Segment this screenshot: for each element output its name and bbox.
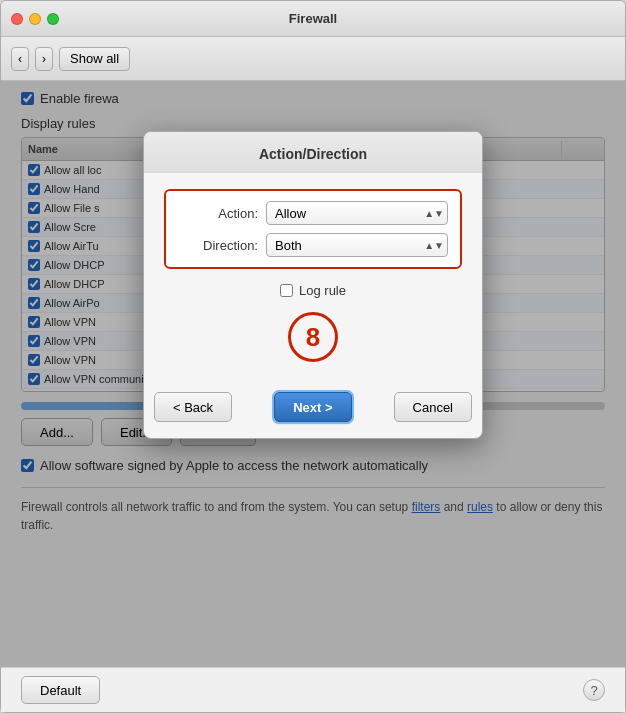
- back-button[interactable]: ‹: [11, 47, 29, 71]
- action-select-wrapper: Allow Deny Any ▲▼: [266, 201, 448, 225]
- titlebar: Firewall: [1, 1, 625, 37]
- step-indicator: 8: [164, 312, 462, 362]
- action-row: Action: Allow Deny Any ▲▼: [178, 201, 448, 225]
- traffic-lights: [11, 13, 59, 25]
- modal-title: Action/Direction: [144, 132, 482, 173]
- minimize-button[interactable]: [29, 13, 41, 25]
- action-direction-group: Action: Allow Deny Any ▲▼: [164, 189, 462, 269]
- close-button[interactable]: [11, 13, 23, 25]
- step-circle: 8: [288, 312, 338, 362]
- direction-select[interactable]: Both In Out: [266, 233, 448, 257]
- main-content: Enable firewa Display rules Name Remote.…: [1, 81, 625, 667]
- action-label: Action:: [178, 206, 258, 221]
- zoom-button[interactable]: [47, 13, 59, 25]
- log-rule-label: Log rule: [299, 283, 346, 298]
- back-button[interactable]: < Back: [154, 392, 232, 422]
- action-direction-modal: Action/Direction Action: Allow Deny Any: [143, 131, 483, 439]
- log-rule-row: Log rule: [164, 283, 462, 298]
- modal-overlay: Action/Direction Action: Allow Deny Any: [1, 81, 625, 667]
- modal-body: Action: Allow Deny Any ▲▼: [144, 173, 482, 392]
- main-window: Firewall ‹ › Show all Enable firewa Disp…: [0, 0, 626, 713]
- log-rule-checkbox[interactable]: [280, 284, 293, 297]
- next-button[interactable]: Next >: [274, 392, 351, 422]
- cancel-button[interactable]: Cancel: [394, 392, 472, 422]
- default-button[interactable]: Default: [21, 676, 100, 704]
- forward-button[interactable]: ›: [35, 47, 53, 71]
- direction-row: Direction: Both In Out ▲▼: [178, 233, 448, 257]
- bottom-bar: Default ?: [1, 667, 625, 712]
- toolbar: ‹ › Show all: [1, 37, 625, 81]
- modal-buttons: < Back Next > Cancel: [144, 392, 482, 426]
- show-all-button[interactable]: Show all: [59, 47, 130, 71]
- direction-select-wrapper: Both In Out ▲▼: [266, 233, 448, 257]
- action-select[interactable]: Allow Deny Any: [266, 201, 448, 225]
- window-title: Firewall: [289, 11, 337, 26]
- direction-label: Direction:: [178, 238, 258, 253]
- help-button[interactable]: ?: [583, 679, 605, 701]
